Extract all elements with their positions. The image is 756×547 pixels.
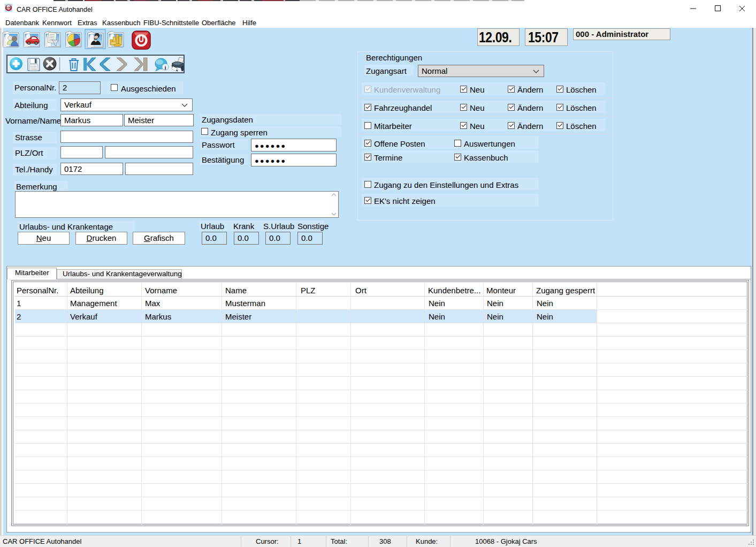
svg-text:i: i (164, 64, 166, 71)
svg-text:AnB: AnB (5, 6, 12, 9)
